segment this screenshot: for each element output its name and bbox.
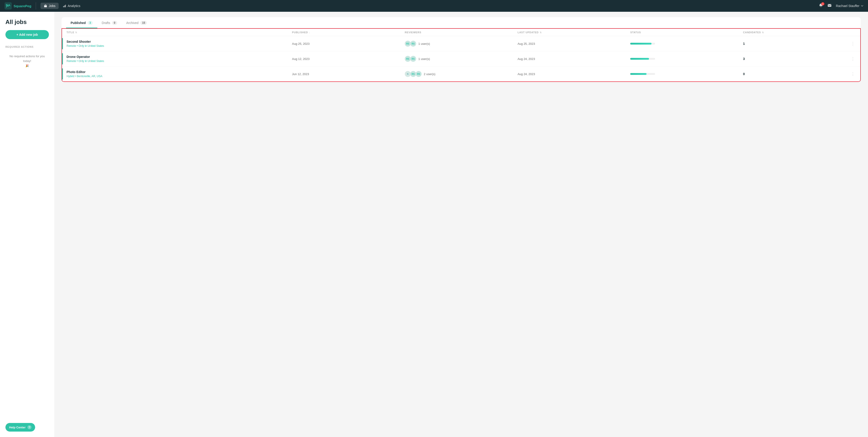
reviewer-count: 2 user(s) [424,72,435,76]
job-last-updated: Aug 24, 2023 [518,57,630,61]
row-actions-button[interactable]: ⋮ [850,70,856,77]
user-name: Rachael Stauffer [836,4,859,8]
tab-archived[interactable]: Archived 15 [122,17,152,28]
reviewers-cell: RS RS 1 user(s) [405,41,518,46]
col-published[interactable]: PUBLISHED ↓ [292,31,405,34]
job-title: Drone Operator [66,55,292,59]
job-subtitle: Remote • Only in United States [66,60,292,63]
svg-rect-2 [44,5,47,7]
job-title-cell: Drone Operator Remote • Only in United S… [66,55,292,63]
job-published-date: Jun 12, 2023 [292,72,405,76]
tab-published[interactable]: Published 3 [66,17,97,28]
tab-archived-label: Archived [126,21,138,25]
svg-rect-6 [828,4,831,7]
status-bar-fill [630,43,651,44]
layout: All jobs + Add new job Required Actions … [0,0,868,437]
navbar-nav: Jobs Analytics [40,3,819,9]
row-accent [62,68,63,80]
nav-item-analytics[interactable]: Analytics [60,3,84,9]
status-bar [630,43,655,44]
help-center-label: Help Center [9,426,26,429]
last-updated-sort-icon: ⇅ [540,31,542,34]
job-subtitle: Remote • Only in United States [66,44,292,48]
svg-rect-3 [63,6,64,7]
candidates-cell: 1 ⋮ [743,40,856,47]
job-title: Photo Editor [66,70,292,74]
job-published-date: Aug 25, 2023 [292,42,405,45]
messages-button[interactable] [827,3,832,9]
svg-rect-5 [65,5,66,7]
help-icon: ? [27,425,31,429]
tab-published-count: 3 [88,21,93,25]
col-status: STATUS [630,31,743,34]
status-bar-fill [630,73,647,75]
add-job-button[interactable]: + Add new job [5,30,49,39]
job-published-date: Aug 12, 2023 [292,57,405,61]
row-actions-button[interactable]: ⋮ [850,55,856,62]
candidates-count: 1 [743,42,745,45]
row-actions-button[interactable]: ⋮ [850,40,856,47]
row-accent [62,38,63,49]
nav-analytics-label: Analytics [68,4,80,8]
published-sort-icon: ↓ [309,31,310,34]
status-bar-fill [630,58,649,60]
tab-published-label: Published [71,21,86,25]
candidates-count: 3 [743,57,745,61]
status-bar [630,73,655,75]
briefcase-icon [44,4,47,8]
status-cell [630,43,743,44]
table-row[interactable]: Photo Editor Hybrid • Bentonville, AR, U… [62,66,860,82]
chart-icon [63,4,66,8]
tabs-bar: Published 3 Drafts 0 Archived 15 [62,17,861,28]
avatar: RS [416,71,422,77]
avatar: RS [410,41,416,46]
required-actions-label: Required Actions [5,45,49,48]
nav-item-jobs[interactable]: Jobs [40,3,59,9]
col-title[interactable]: TITLE ⇅ [66,31,292,34]
squarepeg-logo-icon [4,2,12,9]
tab-archived-count: 15 [140,21,147,25]
svg-text:?: ? [29,426,30,429]
svg-rect-1 [6,4,8,6]
navbar-right: 1 Rachael Stauffer [819,3,864,9]
candidates-count: 0 [743,72,745,76]
svg-rect-4 [64,5,65,7]
job-last-updated: Aug 25, 2023 [518,42,630,45]
job-subtitle: Hybrid • Bentonville, AR, USA [66,75,292,78]
chevron-down-icon [861,4,864,7]
col-candidates[interactable]: CANDIDATES ⇅ [743,31,856,34]
help-center-button[interactable]: Help Center ? [5,423,35,432]
jobs-panel: Published 3 Drafts 0 Archived 15 TITLE [62,17,861,82]
tab-drafts-label: Drafts [102,21,110,25]
job-last-updated: Aug 24, 2023 [518,72,630,76]
logo-text: SquarePeg [13,4,31,8]
status-bar [630,58,655,60]
avatar: N [405,71,411,77]
col-last-updated[interactable]: LAST UPDATED ⇅ [518,31,630,34]
tab-drafts[interactable]: Drafts 0 [97,17,122,28]
table-row[interactable]: Drone Operator Remote • Only in United S… [62,51,860,66]
job-title: Second Shooter [66,40,292,43]
tab-drafts-count: 0 [112,21,117,25]
status-cell [630,58,743,60]
logo[interactable]: SquarePeg [4,2,36,9]
sidebar: All jobs + Add new job Required Actions … [0,12,54,437]
candidates-cell: 0 ⋮ [743,70,856,77]
table-header: TITLE ⇅ PUBLISHED ↓ REVIEWERS LAST UPDAT… [62,29,860,36]
candidates-cell: 3 ⋮ [743,55,856,62]
nav-jobs-label: Jobs [49,4,56,8]
notification-badge: 1 [821,2,824,5]
reviewer-count: 1 user(s) [418,57,430,61]
status-cell [630,73,743,75]
user-menu[interactable]: Rachael Stauffer [836,4,864,8]
page-title: All jobs [5,19,49,26]
no-actions-text: No required actions for you today! 🎉 [5,54,49,68]
avatar: RS [405,41,411,46]
avatar: RS [410,56,416,62]
notification-button[interactable]: 1 [819,3,823,9]
table-row[interactable]: Second Shooter Remote • Only in United S… [62,36,860,51]
job-title-cell: Photo Editor Hybrid • Bentonville, AR, U… [66,70,292,78]
mail-icon [827,3,832,8]
jobs-table: TITLE ⇅ PUBLISHED ↓ REVIEWERS LAST UPDAT… [62,28,861,82]
job-title-cell: Second Shooter Remote • Only in United S… [66,40,292,48]
